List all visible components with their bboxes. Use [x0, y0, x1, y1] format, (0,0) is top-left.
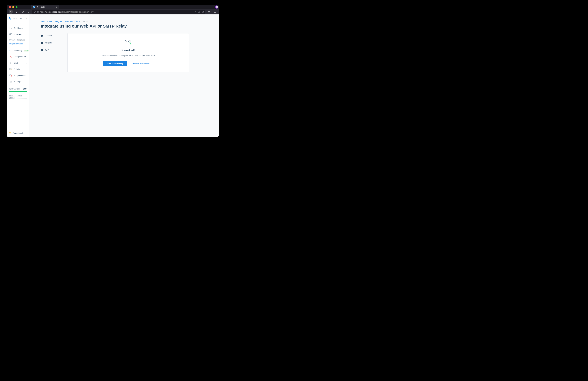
nav-activity[interactable]: Activity — [7, 66, 29, 72]
crumb-integrate[interactable]: Integrate — [55, 20, 62, 23]
nav-stats[interactable]: Stats ⌄ — [7, 60, 29, 66]
card-buttons: View Email Activity View Documentation — [103, 61, 153, 66]
account-logo — [9, 17, 11, 20]
new-tab-button[interactable]: + — [60, 5, 64, 9]
shield-icon[interactable] — [34, 10, 36, 13]
nav-label: Marketing — [14, 49, 22, 52]
megaphone-icon — [9, 49, 12, 52]
nav-label: Settings — [14, 80, 24, 83]
chevron-down-icon: ⌄ — [30, 50, 32, 51]
browser-window: SendGrid × + https://app.sendgrid.com/gu… — [7, 5, 219, 137]
reader-icon[interactable] — [198, 10, 200, 13]
content-row: ✓ Overview ✓ Integrate 3 Verify — [41, 33, 211, 72]
chevron-down-icon: ⌄ — [26, 62, 27, 64]
svg-rect-8 — [10, 34, 12, 35]
browser-toolbar: https://app.sendgrid.com/guide/integrate… — [7, 9, 219, 14]
nav-experiments[interactable]: Experiments — [7, 129, 29, 137]
reputation-widget: REPUTATION 100% — [7, 88, 29, 92]
back-button[interactable] — [9, 10, 13, 14]
check-icon: ✓ — [41, 35, 43, 37]
page-title: Integrate using our Web API or SMTP Rela… — [41, 24, 211, 29]
step-number: 3 — [41, 49, 43, 51]
view-documentation-button[interactable]: View Documentation — [128, 61, 153, 66]
svg-rect-6 — [37, 11, 39, 12]
nav-label: Suppressions — [14, 74, 26, 77]
reputation-label: REPUTATION — [9, 88, 20, 90]
svg-point-14 — [10, 82, 11, 82]
sidebar-nav: Dashboard Email API ⌄ Dynamic Templates … — [7, 22, 29, 85]
step-label: Overview — [45, 35, 52, 37]
svg-point-15 — [11, 81, 12, 82]
crumb-setup-guide[interactable]: Setup Guide — [41, 20, 52, 23]
experiments-label: Experiments — [13, 132, 24, 134]
nav-marketing[interactable]: Marketing NEW ⌄ — [7, 47, 29, 54]
tab-sendgrid[interactable]: SendGrid × — [31, 5, 59, 9]
nav-label: Dashboard — [14, 27, 27, 29]
lightbulb-icon — [9, 131, 11, 135]
suppressions-icon — [9, 74, 12, 77]
design-icon — [9, 55, 12, 58]
nav-label: Stats — [14, 62, 24, 64]
tab-title: SendGrid — [37, 6, 55, 8]
svg-point-17 — [129, 43, 131, 45]
forward-button[interactable] — [15, 10, 19, 14]
svg-rect-3 — [34, 7, 35, 8]
close-tab-icon[interactable]: × — [56, 6, 58, 9]
lock-icon[interactable] — [37, 11, 39, 13]
chart-icon — [9, 62, 12, 64]
nav-dynamic-templates[interactable]: Dynamic Templates — [9, 38, 29, 42]
new-badge: NEW — [24, 50, 29, 51]
result-card: It worked! We successfully received your… — [67, 33, 189, 72]
nav-dashboard[interactable]: Dashboard — [7, 25, 29, 31]
nav-label: Email API — [14, 33, 24, 36]
url-bar[interactable]: https://app.sendgrid.com/guide/integrate… — [32, 10, 205, 14]
view-account-usage-link[interactable]: VIEW ACCOUNT USAGE — [9, 95, 27, 99]
chevron-down-icon: ⌄ — [27, 75, 29, 76]
nav-suppressions[interactable]: Suppressions ⌄ — [7, 72, 29, 79]
nav-label: Activity — [14, 68, 27, 70]
tab-strip: SendGrid × + — [7, 5, 219, 9]
nav-design-library[interactable]: Design Library — [7, 54, 29, 60]
svg-point-13 — [10, 81, 10, 81]
crumb-php[interactable]: PHP — [76, 20, 80, 23]
svg-rect-0 — [33, 7, 34, 8]
bookmark-icon[interactable] — [202, 10, 204, 13]
check-icon: ✓ — [41, 42, 43, 44]
reputation-bar — [9, 91, 27, 92]
step-overview: ✓ Overview — [41, 34, 62, 37]
page-actions-icon[interactable]: ••• — [194, 10, 196, 13]
extension-icon[interactable] — [215, 5, 218, 9]
chevron-down-icon: ⌄ — [26, 34, 27, 35]
nav-integration-guide[interactable]: Integration Guide — [9, 42, 29, 46]
activity-icon — [9, 68, 12, 70]
card-desc: We successfully received your email. You… — [102, 54, 155, 57]
nav-settings[interactable]: Settings ⌄ — [7, 79, 29, 85]
svg-rect-1 — [34, 6, 35, 7]
overflow-button[interactable] — [207, 10, 211, 14]
crumb-current: Verify — [83, 20, 88, 23]
step-integrate: ✓ Integrate — [41, 41, 62, 44]
menu-button[interactable] — [213, 10, 217, 14]
sendgrid-favicon — [33, 6, 35, 8]
account-name: send portal — [13, 17, 24, 19]
step-label: Verify — [45, 49, 50, 51]
crumb-web-api[interactable]: Web API — [65, 20, 73, 23]
step-label: Integrate — [45, 42, 52, 44]
nav-email-api[interactable]: Email API ⌄ — [7, 31, 29, 38]
sidebar: send portal ⌄ Dashboard Email API ⌄ Dyna… — [7, 14, 29, 137]
nav-label: Design Library — [14, 56, 27, 58]
chevron-down-icon: ⌄ — [26, 81, 27, 82]
home-button[interactable] — [26, 10, 31, 14]
gauge-icon — [9, 27, 12, 30]
main-content: Setup Guide/ Integrate/ Web API/ PHP/ Ve… — [29, 14, 219, 137]
sliders-icon — [9, 80, 12, 83]
chevron-down-icon: ⌄ — [25, 17, 27, 20]
reputation-value: 100% — [23, 88, 27, 90]
reload-button[interactable] — [21, 10, 25, 14]
email-api-submenu: Dynamic Templates Integration Guide — [7, 38, 29, 47]
card-heading: It worked! — [122, 49, 135, 52]
svg-rect-2 — [33, 6, 34, 7]
view-email-activity-button[interactable]: View Email Activity — [103, 61, 127, 66]
account-switcher[interactable]: send portal ⌄ — [7, 14, 29, 22]
app-root: send portal ⌄ Dashboard Email API ⌄ Dyna… — [7, 14, 219, 137]
